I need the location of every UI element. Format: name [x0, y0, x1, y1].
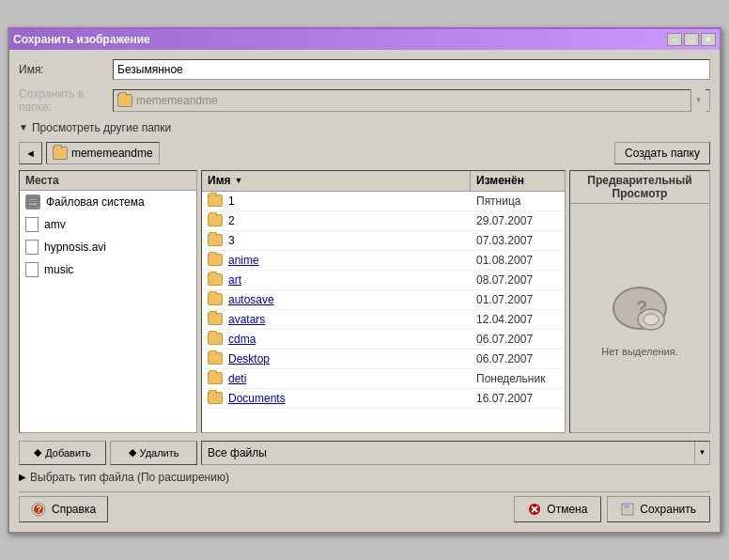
table-row[interactable]: cdma 06.07.2007 — [202, 330, 565, 350]
places-amv-label: amv — [44, 218, 66, 231]
main-panel: Места Файловая система amv hypnosis.avi — [19, 170, 710, 433]
table-row[interactable]: art 08.07.2007 — [202, 271, 565, 290]
col-date-header[interactable]: Изменён — [471, 171, 565, 191]
name-input[interactable] — [113, 59, 710, 80]
folder-icon — [208, 392, 223, 404]
file-date-cell: Понедельник — [471, 371, 565, 386]
places-item-music[interactable]: music — [20, 258, 196, 281]
expand-filetype-label: Выбрать тип файла (По расширению) — [30, 471, 229, 484]
no-selection-text: Нет выделения. — [601, 346, 677, 357]
svg-rect-1 — [29, 200, 37, 201]
places-item-amv[interactable]: amv — [20, 213, 196, 236]
places-music-label: music — [44, 263, 73, 276]
expand-folders-row[interactable]: ▼ Просмотреть другие папки — [19, 121, 710, 134]
places-item-hypnosis[interactable]: hypnosis.avi — [20, 236, 196, 258]
file-name-cell: cdma — [202, 332, 471, 347]
table-row[interactable]: avatars 12.04.2007 — [202, 310, 565, 330]
cancel-button[interactable]: Отмена — [514, 496, 601, 522]
expand-filetype-row[interactable]: ▶ Выбрать тип файла (По расширению) — [19, 471, 710, 484]
folder-icon — [208, 293, 223, 305]
file-type-select-wrapper[interactable]: Все файлы ▼ — [201, 441, 710, 465]
file-name-cell: Documents — [202, 391, 471, 406]
current-folder-name: mememeandme — [71, 147, 153, 160]
nav-left: ◄ mememeandme — [19, 142, 160, 164]
col-name-header[interactable]: Имя ▼ — [202, 171, 471, 191]
create-folder-button[interactable]: Создать папку — [614, 142, 710, 164]
folder-select-value: mememeandme — [136, 94, 218, 107]
file-name-cell: art — [202, 272, 471, 288]
folder-select[interactable]: mememeandme ▼ — [113, 89, 710, 112]
file-date-cell: 07.03.2007 — [471, 233, 565, 248]
add-remove-buttons: ◆ Добавить ◆ Удалить — [19, 441, 197, 465]
file-type-value: Все файлы — [202, 442, 694, 464]
folder-icon — [208, 194, 223, 207]
table-row[interactable]: autosave 01.07.2007 — [202, 290, 565, 310]
preview-placeholder-icon: ? — [610, 278, 670, 338]
svg-rect-2 — [29, 202, 37, 203]
preview-content: ? Нет выделения. — [601, 204, 677, 432]
minimize-button[interactable]: – — [667, 33, 682, 46]
file-name-cell: Desktop — [202, 351, 471, 366]
save-dialog: Сохранить изображение – □ × Имя: Сохрани… — [8, 27, 721, 534]
folder-icon — [208, 214, 223, 226]
places-hypnosis-label: hypnosis.avi — [44, 241, 106, 254]
files-list[interactable]: 1 Пятница 2 29.07.2007 — [202, 192, 565, 432]
files-panel: Имя ▼ Изменён 1 Пятница — [201, 170, 566, 433]
files-header: Имя ▼ Изменён — [202, 171, 565, 192]
table-row[interactable]: Desktop 06.07.2007 — [202, 350, 565, 369]
preview-header: Предварительный Просмотр — [570, 171, 709, 204]
nav-bar: ◄ mememeandme Создать папку — [19, 142, 710, 164]
file-date-cell: 01.07.2007 — [471, 292, 565, 307]
back-button[interactable]: ◄ — [19, 142, 42, 164]
file-date-cell: 12.04.2007 — [471, 312, 565, 327]
table-row[interactable]: 3 07.03.2007 — [202, 231, 565, 251]
places-item-filesystem[interactable]: Файловая система — [20, 191, 196, 213]
svg-text:?: ? — [636, 297, 647, 318]
titlebar: Сохранить изображение – □ × — [9, 29, 720, 50]
folder-label: Сохранить в папке: — [19, 87, 113, 114]
expand-arrow-icon: ▼ — [19, 122, 28, 132]
help-label: Справка — [52, 503, 96, 516]
save-icon — [621, 503, 634, 516]
help-button[interactable]: ? Справка — [19, 496, 108, 522]
folder-row: Сохранить в папке: mememeandme ▼ — [19, 87, 710, 114]
file-type-dropdown-arrow[interactable]: ▼ — [694, 442, 709, 464]
table-row[interactable]: 1 Пятница — [202, 192, 565, 211]
remove-icon: ◆ — [129, 446, 136, 459]
places-filesystem-label: Файловая система — [46, 195, 145, 209]
name-row: Имя: — [19, 59, 710, 80]
svg-point-6 — [644, 314, 659, 325]
window-title: Сохранить изображение — [13, 33, 150, 46]
folder-icon — [208, 254, 223, 266]
folder-icon — [208, 372, 223, 384]
table-row[interactable]: anime 01.08.2007 — [202, 251, 565, 271]
folder-icon — [208, 352, 223, 365]
folder-icon — [208, 333, 223, 345]
places-header: Места — [20, 171, 196, 191]
remove-button[interactable]: ◆ Удалить — [110, 441, 197, 465]
svg-rect-15 — [623, 509, 632, 514]
svg-text:?: ? — [37, 505, 42, 515]
add-icon: ◆ — [34, 446, 41, 459]
table-row[interactable]: 2 29.07.2007 — [202, 211, 565, 231]
maximize-button[interactable]: □ — [684, 33, 699, 46]
cancel-label: Отмена — [547, 503, 587, 516]
save-button[interactable]: Сохранить — [607, 496, 710, 522]
folder-icon — [208, 313, 223, 325]
file-name-cell: avatars — [202, 312, 471, 327]
add-button[interactable]: ◆ Добавить — [19, 441, 106, 465]
file-name-cell: 3 — [202, 233, 471, 248]
sort-arrow-icon: ▼ — [235, 176, 243, 185]
close-button[interactable]: × — [701, 33, 716, 46]
table-row[interactable]: deti Понедельник — [202, 369, 565, 389]
table-row[interactable]: Documents 16.07.2007 — [202, 389, 565, 409]
file-name-cell: anime — [202, 253, 471, 268]
svg-rect-14 — [624, 504, 629, 508]
places-panel: Места Файловая система amv hypnosis.avi — [19, 170, 197, 433]
folder-dropdown-arrow[interactable]: ▼ — [690, 89, 706, 112]
file-date-cell: Пятница — [471, 194, 565, 209]
folder-icon — [208, 234, 223, 246]
folder-icon — [117, 94, 132, 107]
action-buttons: Отмена Сохранить — [514, 496, 710, 522]
hypnosis-icon — [25, 240, 39, 255]
